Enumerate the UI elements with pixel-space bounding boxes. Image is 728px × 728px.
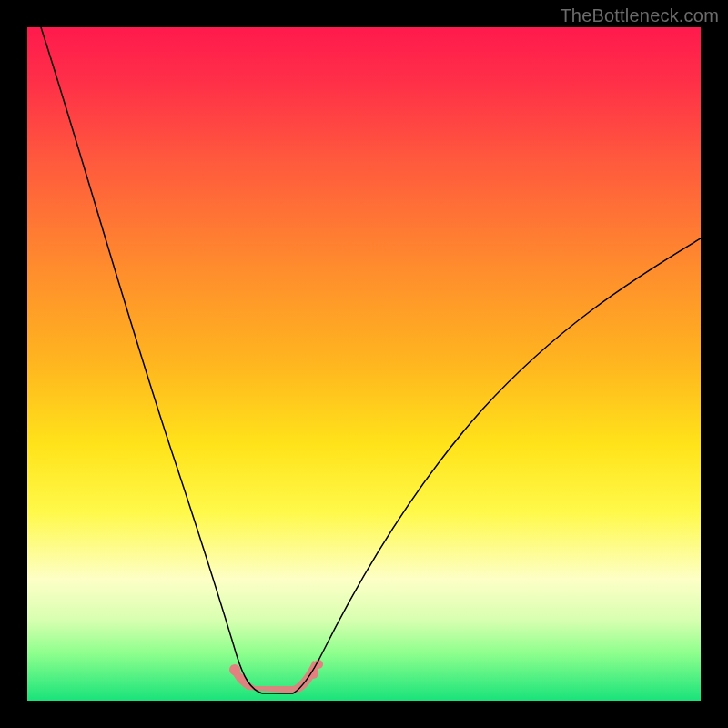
watermark-text: TheBottleneck.com	[560, 5, 719, 26]
band-knob	[229, 664, 240, 675]
curve-layer	[27, 27, 701, 701]
curve-left	[41, 27, 262, 693]
outer-frame: TheBottleneck.com	[0, 0, 728, 728]
plot-area	[27, 27, 701, 701]
curve-right	[293, 238, 701, 693]
